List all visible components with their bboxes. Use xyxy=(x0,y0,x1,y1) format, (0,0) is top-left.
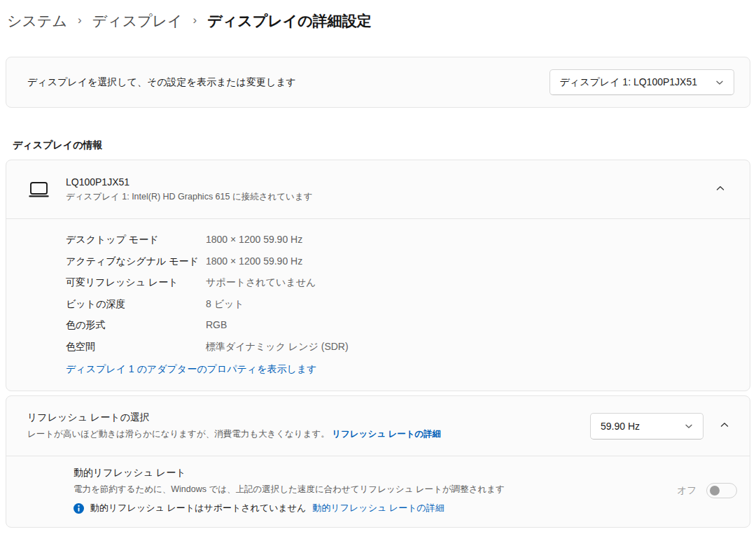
detail-row-desktop-mode: デスクトップ モード 1800 × 1200 59.90 Hz xyxy=(66,229,729,251)
refresh-rate-title: リフレッシュ レートの選択 xyxy=(27,412,441,424)
refresh-rate-dropdown-value: 59.90 Hz xyxy=(601,421,640,432)
detail-value: 標準ダイナミック レンジ (SDR) xyxy=(206,336,349,358)
chevron-down-icon xyxy=(715,78,724,87)
display-info-card: LQ100P1JX51 ディスプレイ 1: Intel(R) HD Graphi… xyxy=(6,160,750,391)
breadcrumb-separator-icon: › xyxy=(78,13,82,27)
breadcrumb-item-system[interactable]: システム xyxy=(7,11,67,31)
detail-label: ビットの深度 xyxy=(66,293,206,315)
detail-label: 色の形式 xyxy=(66,314,206,336)
display-info-details: デスクトップ モード 1800 × 1200 59.90 Hz アクティブなシグ… xyxy=(6,219,750,391)
adapter-properties-link[interactable]: ディスプレイ 1 のアダプターのプロパティを表示します xyxy=(66,358,316,379)
chevron-up-icon xyxy=(715,183,725,196)
display-select-card: ディスプレイを選択して、その設定を表示または変更します ディスプレイ 1: LQ… xyxy=(6,57,750,108)
detail-value: 1800 × 1200 59.90 Hz xyxy=(206,251,302,272)
detail-row-bit-depth: ビットの深度 8 ビット xyxy=(66,293,729,315)
detail-label: デスクトップ モード xyxy=(66,229,206,251)
display-select-dropdown[interactable]: ディスプレイ 1: LQ100P1JX51 xyxy=(550,69,735,95)
breadcrumb: システム › ディスプレイ › ディスプレイの詳細設定 xyxy=(6,11,750,31)
info-icon xyxy=(74,503,84,514)
dynamic-refresh-rate-description: 電力を節約するために、Windows では、上記の選択した速度に合わせてリフレッ… xyxy=(74,484,505,496)
chevron-up-icon xyxy=(720,420,729,433)
detail-row-variable-refresh-rate: 可変リフレッシュ レート サポートされていません xyxy=(66,272,729,293)
detail-value: 8 ビット xyxy=(206,293,244,315)
advanced-display-settings-page: システム › ディスプレイ › ディスプレイの詳細設定 ディスプレイを選択して、… xyxy=(0,0,756,528)
toggle-knob xyxy=(710,486,720,496)
display-name: LQ100P1JX51 xyxy=(66,176,312,188)
breadcrumb-item-display[interactable]: ディスプレイ xyxy=(92,11,183,31)
dynamic-refresh-rate-title: 動的リフレッシュ レート xyxy=(74,467,505,479)
refresh-rate-dropdown[interactable]: 59.90 Hz xyxy=(590,413,704,440)
dynamic-refresh-rate-status: 動的リフレッシュ レートはサポートされていません xyxy=(90,502,306,514)
detail-value: 1800 × 1200 59.90 Hz xyxy=(206,229,302,251)
page-title: ディスプレイの詳細設定 xyxy=(207,11,371,31)
display-select-label: ディスプレイを選択して、その設定を表示または変更します xyxy=(27,76,296,89)
refresh-rate-row: リフレッシュ レートの選択 レートが高いほど動きは滑らかになりますが、消費電力も… xyxy=(6,396,750,456)
display-select-dropdown-value: ディスプレイ 1: LQ100P1JX51 xyxy=(560,76,698,89)
refresh-rate-collapse-button[interactable] xyxy=(712,414,737,439)
dynamic-refresh-rate-toggle[interactable] xyxy=(706,483,737,498)
detail-row-color-space: 色空間 標準ダイナミック レンジ (SDR) xyxy=(66,336,729,358)
display-info-section-header: ディスプレイの情報 xyxy=(13,139,750,152)
display-info-collapse-button[interactable] xyxy=(708,177,733,202)
detail-label: 色空間 xyxy=(66,336,206,358)
detail-row-color-format: 色の形式 RGB xyxy=(66,314,729,336)
chevron-down-icon xyxy=(685,422,693,430)
laptop-icon xyxy=(27,180,51,199)
detail-label: アクティブなシグナル モード xyxy=(66,251,206,272)
breadcrumb-separator-icon: › xyxy=(193,13,197,27)
detail-value: サポートされていません xyxy=(206,272,316,293)
detail-value: RGB xyxy=(206,314,227,336)
toggle-state-label: オフ xyxy=(677,484,696,497)
refresh-rate-card: リフレッシュ レートの選択 レートが高いほど動きは滑らかになりますが、消費電力も… xyxy=(6,395,750,528)
detail-label: 可変リフレッシュ レート xyxy=(66,272,206,293)
display-info-card-header: LQ100P1JX51 ディスプレイ 1: Intel(R) HD Graphi… xyxy=(6,160,750,218)
refresh-rate-learn-more-link[interactable]: リフレッシュ レートの詳細 xyxy=(332,429,441,439)
dynamic-refresh-rate-learn-more-link[interactable]: 動的リフレッシュ レートの詳細 xyxy=(312,502,444,514)
refresh-rate-description: レートが高いほど動きは滑らかになりますが、消費電力も大きくなります。 xyxy=(27,429,330,439)
display-connection-subtitle: ディスプレイ 1: Intel(R) HD Graphics 615 に接続され… xyxy=(66,191,312,203)
dynamic-refresh-rate-row: 動的リフレッシュ レート 電力を節約するために、Windows では、上記の選択… xyxy=(6,456,750,527)
detail-row-active-signal-mode: アクティブなシグナル モード 1800 × 1200 59.90 Hz xyxy=(66,251,729,272)
